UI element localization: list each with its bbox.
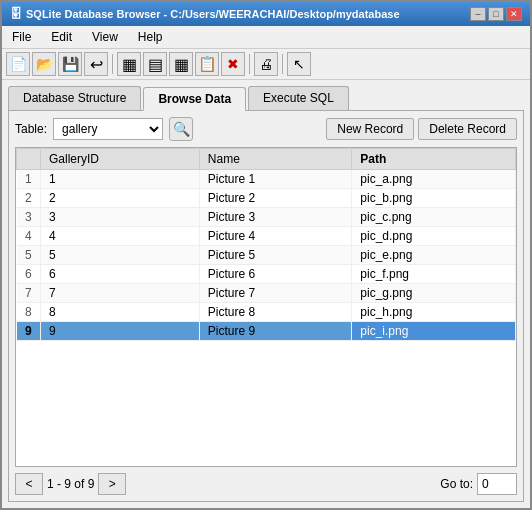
tab-browse-data[interactable]: Browse Data [143, 87, 246, 111]
row-num: 3 [17, 208, 41, 227]
menu-bar: File Edit View Help [2, 26, 530, 49]
table-row[interactable]: 33Picture 3pic_c.png [17, 208, 516, 227]
row-galleryid: 3 [41, 208, 200, 227]
row-path: pic_g.png [352, 284, 516, 303]
pagination-left: < 1 - 9 of 9 > [15, 473, 126, 495]
tab-execute-sql[interactable]: Execute SQL [248, 86, 349, 110]
col-rownum [17, 149, 41, 170]
row-path: pic_h.png [352, 303, 516, 322]
row-name: Picture 7 [199, 284, 352, 303]
table-row[interactable]: 99Picture 9pic_i.png [17, 322, 516, 341]
window-icon: 🗄 [10, 7, 22, 21]
table-toolbar: Table: gallery 🔍 New Record Delete Recor… [15, 117, 517, 141]
row-name: Picture 9 [199, 322, 352, 341]
window-title: SQLite Database Browser - C:/Users/WEERA… [26, 8, 400, 20]
table-row[interactable]: 11Picture 1pic_a.png [17, 170, 516, 189]
row-galleryid: 8 [41, 303, 200, 322]
row-path: pic_a.png [352, 170, 516, 189]
goto-input[interactable] [477, 473, 517, 495]
row-name: Picture 6 [199, 265, 352, 284]
cursor-button[interactable]: ↖ [287, 52, 311, 76]
row-path: pic_c.png [352, 208, 516, 227]
delete-button[interactable]: ✖ [221, 52, 245, 76]
row-num: 8 [17, 303, 41, 322]
row-num: 1 [17, 170, 41, 189]
minimize-button[interactable]: – [470, 7, 486, 21]
row-path: pic_f.png [352, 265, 516, 284]
table-row[interactable]: 66Picture 6pic_f.png [17, 265, 516, 284]
table-label: Table: [15, 122, 47, 136]
row-num: 7 [17, 284, 41, 303]
goto-label: Go to: [440, 477, 473, 491]
tab-content: Table: gallery 🔍 New Record Delete Recor… [8, 110, 524, 502]
new-record-button[interactable]: New Record [326, 118, 414, 140]
table-body: 11Picture 1pic_a.png22Picture 2pic_b.png… [17, 170, 516, 341]
row-name: Picture 3 [199, 208, 352, 227]
open-file-button[interactable]: 📂 [32, 52, 56, 76]
table-row[interactable]: 55Picture 5pic_e.png [17, 246, 516, 265]
row-galleryid: 6 [41, 265, 200, 284]
main-window: 🗄 SQLite Database Browser - C:/Users/WEE… [0, 0, 532, 510]
pagination-right: Go to: [440, 473, 517, 495]
row-num: 6 [17, 265, 41, 284]
row-galleryid: 2 [41, 189, 200, 208]
row-galleryid: 5 [41, 246, 200, 265]
row-name: Picture 2 [199, 189, 352, 208]
row-num: 5 [17, 246, 41, 265]
table-toolbar-right: New Record Delete Record [326, 118, 517, 140]
row-num: 9 [17, 322, 41, 341]
row-path: pic_b.png [352, 189, 516, 208]
table-view-button-3[interactable]: ▦ [169, 52, 193, 76]
toolbar-sep-3 [282, 54, 283, 74]
menu-view[interactable]: View [86, 28, 124, 46]
row-path: pic_d.png [352, 227, 516, 246]
save-file-button[interactable]: 💾 [58, 52, 82, 76]
delete-record-button[interactable]: Delete Record [418, 118, 517, 140]
row-path: pic_e.png [352, 246, 516, 265]
row-num: 2 [17, 189, 41, 208]
title-bar: 🗄 SQLite Database Browser - C:/Users/WEE… [2, 2, 530, 26]
table-row[interactable]: 22Picture 2pic_b.png [17, 189, 516, 208]
row-name: Picture 5 [199, 246, 352, 265]
row-galleryid: 9 [41, 322, 200, 341]
maximize-button[interactable]: □ [488, 7, 504, 21]
table-select[interactable]: gallery [53, 118, 163, 140]
menu-file[interactable]: File [6, 28, 37, 46]
row-galleryid: 7 [41, 284, 200, 303]
gallery-table: GalleryID Name Path 11Picture 1pic_a.png… [16, 148, 516, 341]
row-name: Picture 1 [199, 170, 352, 189]
toolbar-sep-1 [112, 54, 113, 74]
col-name: Name [199, 149, 352, 170]
print-button[interactable]: 🖨 [254, 52, 278, 76]
row-num: 4 [17, 227, 41, 246]
table-row[interactable]: 88Picture 8pic_h.png [17, 303, 516, 322]
table-view-button-2[interactable]: ▤ [143, 52, 167, 76]
close-button[interactable]: ✕ [506, 7, 522, 21]
tab-database-structure[interactable]: Database Structure [8, 86, 141, 110]
table-row[interactable]: 44Picture 4pic_d.png [17, 227, 516, 246]
pagination: < 1 - 9 of 9 > Go to: [15, 473, 517, 495]
new-file-button[interactable]: 📄 [6, 52, 30, 76]
col-path: Path [352, 149, 516, 170]
search-button[interactable]: 🔍 [169, 117, 193, 141]
table-row[interactable]: 77Picture 7pic_g.png [17, 284, 516, 303]
menu-help[interactable]: Help [132, 28, 169, 46]
table-toolbar-left: Table: gallery 🔍 [15, 117, 193, 141]
title-bar-controls: – □ ✕ [470, 7, 522, 21]
table-view-button-4[interactable]: 📋 [195, 52, 219, 76]
title-bar-left: 🗄 SQLite Database Browser - C:/Users/WEE… [10, 7, 400, 21]
undo-button[interactable]: ↩ [84, 52, 108, 76]
pagination-info: 1 - 9 of 9 [47, 477, 94, 491]
table-view-button-1[interactable]: ▦ [117, 52, 141, 76]
menu-edit[interactable]: Edit [45, 28, 78, 46]
toolbar: 📄 📂 💾 ↩ ▦ ▤ ▦ 📋 ✖ 🖨 ↖ [2, 49, 530, 80]
toolbar-sep-2 [249, 54, 250, 74]
col-galleryid: GalleryID [41, 149, 200, 170]
prev-page-button[interactable]: < [15, 473, 43, 495]
next-page-button[interactable]: > [98, 473, 126, 495]
row-name: Picture 4 [199, 227, 352, 246]
table-header-row: GalleryID Name Path [17, 149, 516, 170]
row-galleryid: 1 [41, 170, 200, 189]
row-galleryid: 4 [41, 227, 200, 246]
search-icon: 🔍 [173, 121, 190, 137]
